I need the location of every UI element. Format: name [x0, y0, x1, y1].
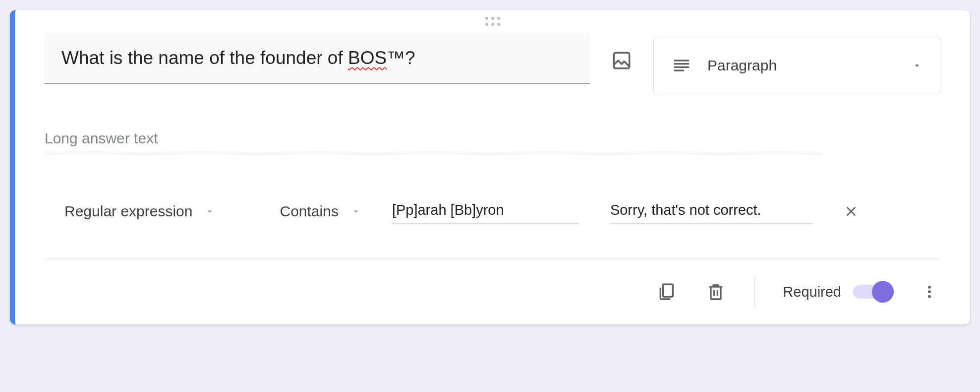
copy-icon	[656, 282, 676, 302]
delete-button[interactable]	[705, 281, 727, 303]
caret-down-icon	[912, 61, 922, 70]
validation-condition-select[interactable]: Contains	[280, 203, 361, 220]
svg-rect-0	[614, 53, 630, 68]
question-footer: Required	[15, 259, 970, 310]
svg-point-6	[928, 286, 931, 289]
validation-pattern-input[interactable]	[391, 199, 579, 224]
validation-type-label: Regular expression	[64, 203, 192, 220]
toggle-knob	[872, 281, 894, 303]
svg-rect-1	[674, 60, 689, 61]
question-title-input[interactable]: What is the name of the founder of BOS™?	[45, 33, 590, 84]
question-card: What is the name of the founder of BOS™?…	[10, 10, 970, 325]
question-header-row: What is the name of the founder of BOS™?…	[15, 28, 970, 95]
question-type-select[interactable]: Paragraph	[653, 36, 940, 95]
vertical-divider	[754, 277, 755, 307]
image-icon	[611, 50, 632, 71]
more-options-button[interactable]	[919, 281, 940, 303]
validation-condition-label: Contains	[280, 203, 338, 220]
required-toggle[interactable]	[853, 285, 891, 299]
question-text-prefix: What is the name of the founder of	[61, 48, 348, 68]
question-type-label: Paragraph	[707, 57, 912, 74]
svg-rect-4	[674, 69, 684, 71]
question-title-wrap: What is the name of the founder of BOS™?	[45, 33, 590, 84]
paragraph-icon	[672, 56, 692, 75]
remove-validation-button[interactable]	[842, 202, 860, 220]
svg-rect-3	[674, 66, 689, 68]
more-vertical-icon	[922, 284, 937, 300]
validation-type-select[interactable]: Regular expression	[64, 203, 215, 220]
trash-icon	[706, 282, 726, 302]
validation-error-input[interactable]	[609, 199, 812, 224]
caret-down-icon	[350, 206, 361, 217]
question-text-spellcheck: BOS	[348, 48, 387, 68]
drag-handle[interactable]	[15, 10, 970, 28]
question-text-suffix: ™?	[387, 48, 415, 68]
svg-rect-5	[663, 284, 673, 297]
required-toggle-wrap: Required	[783, 284, 891, 300]
answer-preview-label: Long answer text	[45, 130, 823, 154]
close-icon	[844, 204, 859, 219]
response-validation-row: Regular expression Contains	[15, 154, 970, 259]
duplicate-button[interactable]	[655, 281, 677, 303]
svg-point-7	[928, 290, 931, 293]
caret-down-icon	[204, 206, 215, 217]
svg-rect-2	[674, 63, 689, 65]
svg-point-8	[928, 295, 931, 298]
add-image-button[interactable]	[610, 49, 634, 72]
required-label: Required	[783, 284, 841, 300]
drag-dots-icon	[485, 17, 500, 26]
